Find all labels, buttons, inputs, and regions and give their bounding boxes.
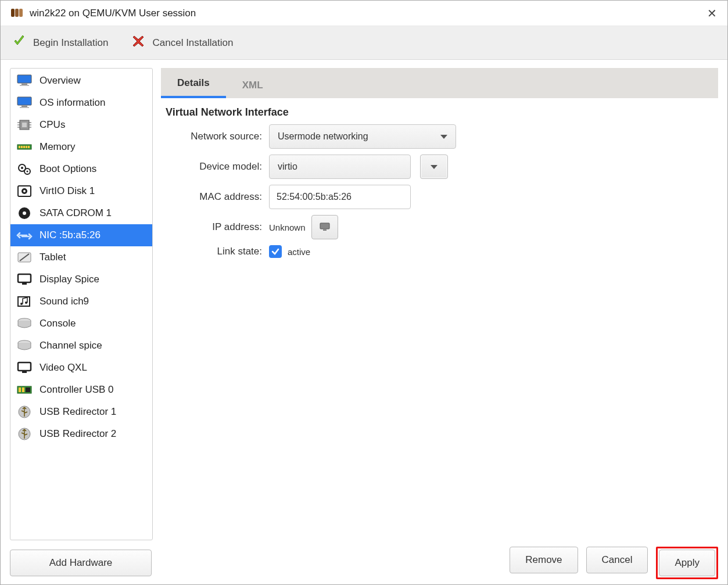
disk-icon bbox=[15, 184, 34, 199]
check-icon bbox=[271, 247, 279, 256]
svg-rect-15 bbox=[19, 146, 20, 148]
svg-rect-47 bbox=[323, 229, 327, 231]
sidebar-item-label: VirtIO Disk 1 bbox=[40, 185, 95, 197]
x-icon bbox=[131, 34, 145, 51]
svg-rect-46 bbox=[320, 223, 329, 229]
sidebar-item-label: Display Spice bbox=[40, 274, 99, 285]
svg-rect-41 bbox=[19, 387, 21, 392]
device-model-dropdown-button[interactable] bbox=[420, 155, 448, 179]
sidebar-item-display-spice[interactable]: Display Spice bbox=[10, 268, 152, 290]
link-state-checkbox[interactable] bbox=[269, 245, 282, 258]
svg-rect-0 bbox=[17, 75, 31, 83]
controller-icon bbox=[15, 382, 34, 397]
usb-icon bbox=[15, 426, 34, 442]
panel-title: Virtual Network Interface bbox=[166, 106, 713, 119]
checkmark-icon bbox=[12, 34, 26, 51]
main-panel: Details XML Virtual Network Interface Ne… bbox=[161, 68, 718, 540]
monitor-icon bbox=[15, 95, 34, 110]
device-model-value: virtio bbox=[278, 161, 297, 172]
mac-address-value: 52:54:00:5b:a5:26 bbox=[277, 192, 352, 202]
sidebar-item-tablet[interactable]: Tablet bbox=[10, 246, 152, 268]
svg-rect-16 bbox=[21, 146, 23, 148]
cancel-installation-label: Cancel Installation bbox=[152, 37, 233, 49]
tab-xml-label: XML bbox=[242, 80, 263, 91]
close-icon[interactable]: ✕ bbox=[707, 6, 717, 20]
begin-installation-button[interactable]: Begin Installation bbox=[12, 34, 108, 51]
display-icon bbox=[15, 272, 34, 287]
device-model-combo[interactable]: virtio bbox=[269, 155, 411, 179]
svg-rect-5 bbox=[20, 107, 29, 108]
sidebar-item-label: CPUs bbox=[40, 119, 65, 131]
label-mac-address: MAC address: bbox=[164, 191, 269, 203]
usb-icon bbox=[15, 404, 34, 419]
remove-button[interactable]: Remove bbox=[510, 547, 578, 573]
tab-details-label: Details bbox=[177, 77, 210, 88]
sidebar-item-cpus[interactable]: CPUs bbox=[10, 114, 152, 136]
svg-rect-3 bbox=[17, 97, 31, 105]
hardware-sidebar[interactable]: Overview OS information CPUs Memory bbox=[10, 68, 153, 540]
sidebar-item-controller-usb-0[interactable]: Controller USB 0 bbox=[10, 379, 152, 401]
sidebar-item-overview[interactable]: Overview bbox=[10, 70, 152, 92]
video-icon bbox=[15, 360, 34, 375]
ip-address-value: Unknown bbox=[269, 222, 306, 232]
svg-point-21 bbox=[21, 167, 23, 169]
sidebar-item-usb-redirector-2[interactable]: USB Redirector 2 bbox=[10, 423, 152, 445]
network-source-value: Usermode networking bbox=[278, 131, 368, 142]
tab-xml[interactable]: XML bbox=[226, 71, 279, 98]
sidebar-item-sound-ich9[interactable]: Sound ich9 bbox=[10, 290, 152, 313]
svg-rect-42 bbox=[22, 387, 24, 392]
console-icon bbox=[15, 316, 34, 331]
svg-rect-18 bbox=[26, 146, 27, 148]
monitor-icon bbox=[15, 73, 34, 88]
sound-icon bbox=[15, 294, 34, 309]
sidebar-item-label: USB Redirector 2 bbox=[40, 428, 116, 440]
nic-icon bbox=[15, 228, 34, 243]
cancel-label: Cancel bbox=[602, 554, 633, 566]
sidebar-item-memory[interactable]: Memory bbox=[10, 136, 152, 158]
row-mac-address: MAC address: 52:54:00:5b:a5:26 bbox=[164, 185, 713, 209]
svg-rect-2 bbox=[20, 85, 29, 86]
svg-rect-4 bbox=[21, 106, 27, 107]
sidebar-item-label: Boot Options bbox=[40, 163, 96, 175]
apply-label: Apply bbox=[675, 557, 700, 569]
tab-details[interactable]: Details bbox=[161, 69, 226, 98]
cancel-button[interactable]: Cancel bbox=[586, 547, 648, 573]
add-hardware-button[interactable]: Add Hardware bbox=[10, 550, 152, 576]
sidebar-item-os-information[interactable]: OS information bbox=[10, 92, 152, 114]
cancel-installation-button[interactable]: Cancel Installation bbox=[131, 34, 233, 51]
svg-point-28 bbox=[23, 211, 26, 215]
sidebar-item-nic[interactable]: NIC :5b:a5:26 bbox=[10, 224, 152, 246]
apply-button[interactable]: Apply bbox=[659, 550, 715, 576]
memory-icon bbox=[15, 139, 34, 155]
ip-refresh-button[interactable] bbox=[311, 215, 338, 239]
row-link-state: Link state: active bbox=[164, 245, 713, 258]
sidebar-item-virtio-disk-1[interactable]: VirtIO Disk 1 bbox=[10, 180, 152, 202]
add-hardware-label: Add Hardware bbox=[49, 557, 113, 569]
mac-address-input[interactable]: 52:54:00:5b:a5:26 bbox=[269, 185, 411, 209]
sidebar-item-sata-cdrom-1[interactable]: SATA CDROM 1 bbox=[10, 202, 152, 224]
svg-rect-38 bbox=[18, 363, 31, 371]
sidebar-item-channel-spice[interactable]: Channel spice bbox=[10, 335, 152, 357]
cdrom-icon bbox=[15, 206, 34, 221]
virt-manager-icon bbox=[11, 9, 24, 18]
vm-config-window: win2k22 on QEMU/KVM User session ✕ Begin… bbox=[0, 0, 728, 585]
svg-rect-1 bbox=[21, 84, 27, 85]
sidebar-item-boot-options[interactable]: Boot Options bbox=[10, 158, 152, 180]
sidebar-item-label: Controller USB 0 bbox=[40, 384, 114, 396]
tablet-icon bbox=[15, 250, 34, 265]
cpu-icon bbox=[15, 117, 34, 132]
begin-installation-label: Begin Installation bbox=[33, 37, 108, 49]
sidebar-item-usb-redirector-1[interactable]: USB Redirector 1 bbox=[10, 401, 152, 423]
sidebar-item-label: Channel spice bbox=[40, 340, 102, 351]
network-source-combo[interactable]: Usermode networking bbox=[269, 124, 456, 149]
sidebar-item-label: Video QXL bbox=[40, 362, 87, 374]
sidebar-item-console[interactable]: Console bbox=[10, 313, 152, 335]
tab-strip: Details XML bbox=[161, 68, 718, 98]
monitor-small-icon bbox=[320, 222, 330, 232]
svg-rect-32 bbox=[22, 283, 27, 285]
sidebar-item-label: Overview bbox=[40, 75, 81, 87]
svg-rect-39 bbox=[22, 371, 27, 373]
sidebar-item-video-qxl[interactable]: Video QXL bbox=[10, 357, 152, 379]
svg-rect-17 bbox=[23, 146, 25, 148]
label-link-state: Link state: bbox=[164, 246, 269, 257]
